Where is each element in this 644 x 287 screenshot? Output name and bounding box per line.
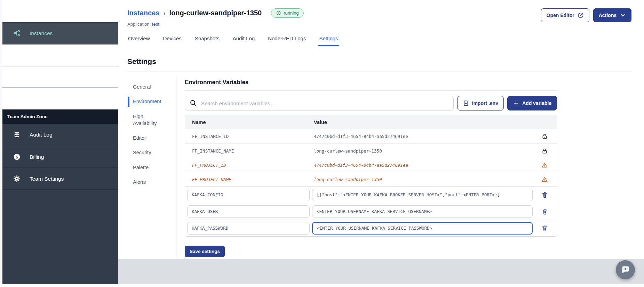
env-var-name: FF_INSTANCE_ID <box>185 134 314 139</box>
members-icon <box>13 95 21 102</box>
warning-icon <box>541 176 548 183</box>
sidebar-item-label: Applications <box>30 8 59 14</box>
instance-header: Instances › long-curlew-sandpiper-1350 r… <box>118 0 644 27</box>
chat-launcher-button[interactable] <box>616 260 635 279</box>
search-icon <box>190 99 197 107</box>
sidebar-item-members[interactable]: Members <box>2 88 118 109</box>
env-value-input[interactable] <box>312 189 533 201</box>
add-variable-label: Add variable <box>522 100 551 106</box>
chat-bubble-icon <box>621 265 630 275</box>
settings-title: Settings <box>127 57 631 66</box>
billing-icon: $ <box>13 153 21 161</box>
sidebar-section-label: Team Admin Zone <box>2 109 118 124</box>
settings-divider <box>127 72 631 72</box>
team-settings-icon <box>13 175 21 182</box>
footer-band <box>118 259 644 284</box>
settings-nav-divider <box>176 77 176 257</box>
window-gutter <box>0 0 2 284</box>
env-value-input[interactable] <box>312 222 533 235</box>
application-link[interactable]: test <box>152 22 159 27</box>
settings-nav-alerts[interactable]: Alerts <box>127 175 176 189</box>
settings-nav-security[interactable]: Security <box>127 145 176 160</box>
table-row: FF_PROJECT_ID 4747c0bd-d1f3-4654-84b4-aa… <box>185 158 557 172</box>
plus-icon <box>513 100 519 106</box>
import-env-button[interactable]: Import .env <box>457 96 504 110</box>
sidebar-item-label: Members <box>30 96 52 102</box>
applications-icon <box>13 7 21 15</box>
sidebar-item-instances[interactable]: Instances <box>2 22 118 44</box>
sidebar-item-label: Billing <box>30 154 44 160</box>
delete-variable-button[interactable] <box>541 225 548 232</box>
add-variable-button[interactable]: Add variable <box>507 96 557 110</box>
tab-devices[interactable]: Devices <box>162 33 182 46</box>
settings-nav-high-availability[interactable]: High Availability <box>127 109 176 131</box>
environment-panel-title: Environment Variables <box>185 77 557 90</box>
env-var-name: FF_INSTANCE_NAME <box>185 148 314 154</box>
env-table-body: FF_INSTANCE_ID 4747c0bd-d1f3-4654-84b4-a… <box>185 129 557 236</box>
settings-section: Settings GeneralEnvironmentHigh Availabi… <box>118 46 644 259</box>
env-value-input[interactable] <box>312 205 533 218</box>
env-name-input[interactable] <box>187 205 310 218</box>
table-row: FF_PROJECT_NAME long-curlew-sandpiper-13… <box>185 172 557 186</box>
status-badge-label: running <box>284 10 299 16</box>
header-buttons: Open Editor Actions <box>541 8 631 22</box>
application-label: Application: <box>127 22 151 27</box>
breadcrumb-instances-link[interactable]: Instances <box>127 9 159 17</box>
env-table: Name Value FF_INSTANCE_ID 4747c0bd-d1f3-… <box>185 115 557 237</box>
tab-node-red-logs[interactable]: Node-RED Logs <box>267 33 307 46</box>
env-var-value: 4747c0bd-d1f3-4654-84b4-aa5d274691ee <box>314 134 532 139</box>
sidebar-item-applications[interactable]: Applications <box>2 0 118 22</box>
tab-snapshots[interactable]: Snapshots <box>194 33 220 46</box>
settings-nav-editor[interactable]: Editor <box>127 131 176 145</box>
lock-icon <box>541 148 548 154</box>
open-editor-button[interactable]: Open Editor <box>541 8 589 22</box>
import-env-icon <box>463 100 469 106</box>
devices-icon <box>13 51 21 59</box>
env-name-input[interactable] <box>187 222 310 235</box>
main-content: Instances › long-curlew-sandpiper-1350 r… <box>118 0 644 284</box>
env-var-value: long-curlew-sandpiper-1350 <box>314 148 532 154</box>
save-settings-button[interactable]: Save settings <box>185 246 225 257</box>
settings-nav-environment[interactable]: Environment <box>127 94 176 109</box>
sidebar-filler <box>2 189 118 284</box>
lock-icon <box>541 133 548 140</box>
page-title: long-curlew-sandpiper-1350 <box>169 9 262 17</box>
sidebar: Applications Instances Devices Library M… <box>2 0 118 284</box>
tab-settings[interactable]: Settings <box>318 33 339 46</box>
sidebar-item-label: Team Settings <box>30 176 64 182</box>
settings-nav-palette[interactable]: Palette <box>127 160 176 175</box>
env-var-value: 4747c0bd-d1f3-4654-84b4-aa5d274691ee <box>314 163 532 168</box>
tab-audit-log[interactable]: Audit Log <box>232 33 255 46</box>
sidebar-item-team-settings[interactable]: Team Settings <box>2 167 118 189</box>
tab-overview[interactable]: Overview <box>127 33 151 46</box>
env-var-name: FF_PROJECT_NAME <box>185 177 314 182</box>
audit-log-icon <box>13 131 21 138</box>
warning-icon <box>541 162 548 169</box>
sidebar-item-label: Instances <box>30 30 53 36</box>
env-var-name: FF_PROJECT_ID <box>185 163 314 168</box>
trash-icon <box>541 191 548 198</box>
delete-variable-button[interactable] <box>541 191 548 198</box>
status-badge: running <box>271 8 303 18</box>
actions-label: Actions <box>599 13 617 18</box>
import-env-label: Import .env <box>472 100 498 106</box>
actions-button[interactable]: Actions <box>593 8 631 22</box>
sidebar-item-library[interactable]: Library <box>2 66 118 88</box>
sidebar-item-devices[interactable]: Devices <box>2 44 118 66</box>
search-input[interactable] <box>185 96 454 110</box>
running-icon <box>276 10 281 16</box>
environment-panel: Environment Variables Import .env <box>185 77 557 257</box>
sidebar-item-audit-log[interactable]: Audit Log <box>2 124 118 146</box>
table-row: FF_INSTANCE_ID 4747c0bd-d1f3-4654-84b4-a… <box>185 129 557 144</box>
settings-nav-general[interactable]: General <box>127 80 176 94</box>
environment-panel-divider <box>185 90 557 91</box>
table-row <box>185 203 557 220</box>
library-icon <box>13 73 21 81</box>
sidebar-item-billing[interactable]: $ Billing <box>2 146 118 167</box>
application-row: Application: test <box>127 22 304 27</box>
env-name-input[interactable] <box>187 189 310 201</box>
delete-variable-button[interactable] <box>541 208 548 215</box>
open-editor-label: Open Editor <box>547 13 574 18</box>
instances-icon <box>13 30 21 37</box>
trash-icon <box>541 225 548 232</box>
